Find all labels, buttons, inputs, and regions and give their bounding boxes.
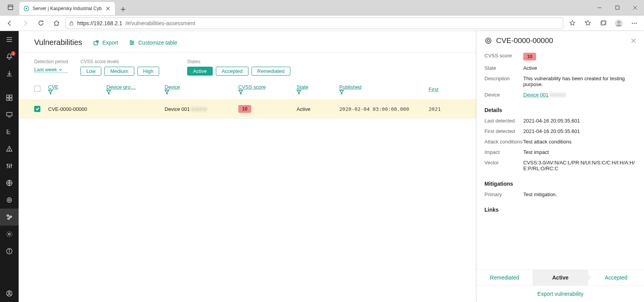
col-state[interactable]: State	[297, 84, 308, 90]
col-cve[interactable]: CVE	[48, 84, 59, 90]
sidebar-notifications[interactable]: 1	[0, 48, 19, 65]
export-vulnerability-link[interactable]: Export vulnerability	[537, 291, 583, 297]
tab-strip: Server | Kaspersky Industrial Cyb	[0, 0, 129, 15]
customize-table-button[interactable]: Customize table	[129, 40, 177, 46]
svg-point-51	[9, 199, 10, 201]
sidebar-info[interactable]	[0, 243, 19, 260]
new-tab-button[interactable]	[117, 3, 129, 15]
sidebar-tree[interactable]	[0, 123, 19, 140]
kv-state-label: State	[484, 65, 523, 71]
tab-actions-button[interactable]	[3, 0, 18, 15]
detail-title: CVE-0000-00000	[496, 36, 553, 45]
tab-favicon	[23, 5, 30, 12]
filter-icon[interactable]	[165, 90, 231, 95]
sidebar-alerts[interactable]	[0, 140, 19, 157]
forward-button[interactable]	[19, 17, 32, 30]
kv-attack-label: Attack conditions	[484, 139, 523, 145]
filter-states-label: States	[187, 59, 290, 64]
window-close[interactable]	[626, 0, 644, 16]
favorites-button[interactable]	[581, 17, 594, 30]
main-content: Vulnerabilities Export Customize table D…	[19, 31, 644, 302]
tracking-button[interactable]	[566, 17, 579, 30]
svg-point-47	[9, 166, 10, 167]
svg-marker-75	[297, 90, 301, 94]
sidebar-vulnerabilities[interactable]	[0, 209, 19, 226]
svg-rect-33	[7, 112, 12, 116]
detail-state-buttons: Remediated Active Accepted	[477, 269, 644, 285]
profile-button[interactable]	[612, 17, 625, 30]
cell-cvss: 10	[234, 100, 293, 119]
svg-point-22	[634, 22, 635, 24]
filter-detection-period-value[interactable]: Last week	[34, 67, 68, 73]
pill-state-remediated[interactable]: Remediated	[252, 67, 290, 76]
kv-vector-value: CVSS:3.0/AV:N/AC:L/PR:N/UI:N/S:C/C:H/I:H…	[523, 160, 636, 171]
svg-point-46	[7, 164, 8, 166]
sidebar-target[interactable]	[0, 192, 19, 209]
col-device[interactable]: Device	[165, 84, 180, 90]
kv-description-value: This vulnerability has been created for …	[523, 76, 636, 87]
filter-cvss-label: CVSS score levels	[80, 59, 159, 64]
kv-impact-label: Impact	[484, 149, 523, 155]
filter-icon[interactable]	[48, 90, 99, 95]
filter-icon[interactable]	[339, 90, 421, 95]
pill-cvss-low[interactable]: Low	[80, 67, 101, 76]
svg-marker-72	[107, 90, 111, 94]
browser-tab[interactable]: Server | Kaspersky Industrial Cyb	[19, 2, 115, 15]
col-device-group[interactable]: Device gro…	[106, 84, 135, 90]
kv-last-detected-label: Last detected	[484, 118, 523, 124]
home-button[interactable]	[50, 17, 63, 30]
row-checkbox[interactable]	[34, 106, 40, 112]
filter-icon[interactable]	[297, 90, 332, 95]
select-all-checkbox[interactable]	[34, 86, 40, 92]
window-maximize[interactable]	[608, 0, 626, 16]
svg-line-55	[9, 216, 10, 216]
col-first[interactable]: First	[429, 86, 438, 92]
kv-cvss-value: 10	[523, 53, 636, 60]
sidebar-settings[interactable]	[0, 226, 19, 243]
sidebar-dashboard[interactable]	[0, 89, 19, 106]
svg-point-69	[132, 42, 134, 43]
pill-cvss-medium[interactable]: Medium	[104, 67, 134, 76]
address-bar[interactable]: https://192.168.2.1/#/vulnerabilities-as…	[65, 17, 563, 29]
export-button[interactable]: Export	[93, 40, 118, 46]
col-cvss[interactable]: CVSS score	[238, 84, 266, 90]
pill-state-accepted[interactable]: Accepted	[216, 67, 248, 76]
menu-button[interactable]	[628, 17, 641, 30]
pill-state-active[interactable]: Active	[187, 67, 212, 76]
svg-rect-12	[70, 23, 73, 25]
refresh-button[interactable]	[34, 17, 47, 30]
kv-device-value: Device 001 0.0.0.0	[523, 92, 636, 98]
col-published[interactable]: Published	[339, 84, 361, 90]
detail-body: CVSS score10 StateActive DescriptionThis…	[477, 49, 644, 269]
sidebar-devices[interactable]	[0, 106, 19, 123]
state-button-remediated[interactable]: Remediated	[477, 270, 533, 285]
sidebar-control[interactable]	[0, 157, 19, 174]
window-minimize[interactable]	[590, 0, 608, 16]
state-button-active[interactable]: Active	[533, 270, 588, 285]
sidebar-network[interactable]	[0, 174, 19, 192]
filter-icon[interactable]	[106, 90, 157, 95]
sidebar-account[interactable]	[0, 285, 19, 302]
svg-marker-74	[239, 90, 243, 94]
device-link[interactable]: Device 001	[523, 92, 549, 98]
url-host: https://192.168.2.1	[77, 20, 122, 26]
kv-attack-value: Test attack conditions	[523, 139, 636, 145]
filter-detection-period: Detection period Last week	[34, 59, 68, 76]
kv-impact-value: Test impact	[523, 149, 636, 155]
svg-marker-76	[340, 90, 344, 94]
detail-close-button[interactable]	[631, 38, 636, 43]
filter-icon[interactable]	[238, 90, 289, 95]
customize-label: Customize table	[138, 40, 177, 46]
svg-point-60	[9, 250, 10, 250]
sidebar-download[interactable]	[0, 65, 19, 82]
window-controls	[590, 0, 644, 16]
cell-state: Active	[293, 100, 335, 119]
back-button[interactable]	[3, 17, 16, 30]
chevron-down-icon	[59, 68, 62, 72]
pill-cvss-high[interactable]: High	[137, 67, 160, 76]
state-button-accepted[interactable]: Accepted	[588, 270, 644, 285]
sidebar-hamburger[interactable]	[0, 31, 19, 48]
collections-button[interactable]	[597, 17, 610, 30]
svg-point-77	[486, 38, 491, 43]
tab-close-button[interactable]	[105, 5, 111, 12]
